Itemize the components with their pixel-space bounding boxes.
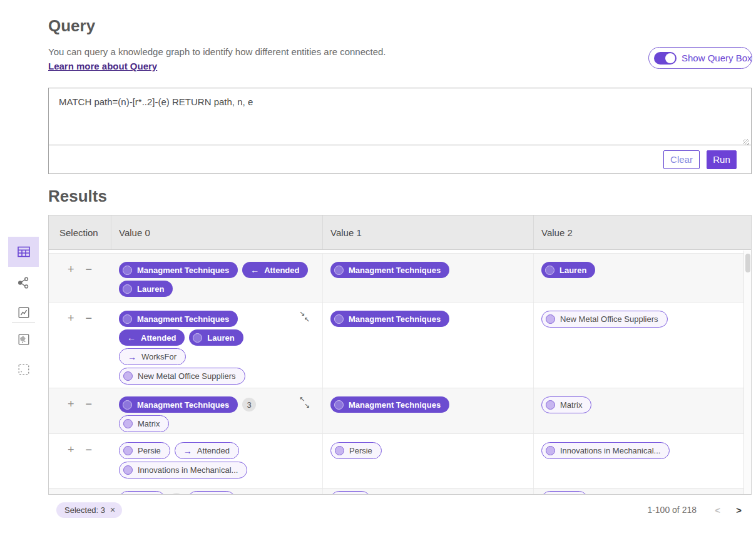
chart-view-icon — [17, 306, 31, 319]
sidebar-item-select-region[interactable] — [8, 357, 39, 382]
sidebar-item-chart-view[interactable] — [8, 300, 39, 325]
table-vertical-scrollbar[interactable] — [743, 251, 751, 494]
table-row: +−Managment Techniques3Matrix↖↘Managment… — [49, 388, 751, 434]
pill-label: Managment Techniques — [349, 400, 441, 410]
results-table-body: +−Managment Techniques←AttendedLaurenMan… — [49, 254, 751, 495]
pill-line: Matrix — [541, 396, 743, 413]
pill-label: Attended — [197, 446, 230, 455]
arrow-right-icon: → — [179, 447, 192, 455]
pill-label: Innovations in Mechanical... — [560, 446, 660, 455]
sidebar-item-table-view[interactable] — [8, 237, 39, 267]
toggle-knob — [665, 53, 675, 63]
remove-from-selection-button[interactable]: − — [86, 398, 93, 434]
pill-line: →WorksFor — [119, 348, 315, 365]
node-pill: Innovations in Mechanical... — [119, 462, 247, 479]
node-circle-icon — [123, 446, 133, 455]
row-value1-cell — [323, 489, 534, 495]
row-selection-cell: +− — [49, 434, 111, 488]
node-pill: Lauren — [189, 329, 243, 346]
selected-count-chip[interactable]: Selected: 3 × — [56, 502, 122, 518]
row-selection-cell: +− — [49, 303, 111, 388]
column-header-value0: Value 0 — [111, 215, 323, 249]
pill-line: Lauren — [541, 262, 743, 278]
corner-arrow: ↘ — [304, 402, 310, 409]
remove-from-selection-button[interactable]: − — [86, 313, 93, 388]
toggle-switch-icon[interactable] — [654, 52, 677, 65]
count-badge: 3 — [242, 398, 256, 411]
add-to-selection-button[interactable]: + — [68, 398, 74, 434]
results-title: Results — [48, 187, 107, 206]
pill-label: New Metal Office Suppliers — [560, 314, 658, 324]
row-value0-cell: Managment Techniques←AttendedLauren — [111, 254, 323, 302]
results-footer: Selected: 3 × 1-100 of 218 < > — [48, 495, 752, 525]
node-circle-icon — [546, 314, 555, 324]
add-to-selection-button[interactable]: + — [68, 264, 74, 302]
expand-row-icon[interactable]: ↖↘ — [299, 397, 310, 408]
add-to-selection-button[interactable]: + — [68, 313, 74, 388]
pill-line: Managment Techniques — [119, 311, 315, 327]
node-circle-icon — [123, 465, 133, 475]
pagination-next-button[interactable]: > — [736, 505, 742, 515]
row-value0-cell: Managment Techniques3Matrix↖↘ — [111, 388, 323, 434]
node-circle-icon — [334, 400, 344, 410]
pill-line: Managment Techniques — [330, 311, 526, 327]
selected-count-label: Selected: 3 — [64, 505, 105, 515]
pill-line: Lauren — [119, 281, 315, 297]
sidebar-item-mask-view[interactable] — [8, 327, 39, 352]
pill-line: Managment Techniques3 — [119, 396, 315, 413]
query-page: Query You can query a knowledge graph to… — [0, 0, 756, 533]
table-view-icon — [16, 244, 31, 259]
row-value2-cell: New Metal Office Suppliers — [534, 303, 751, 388]
pill-label: Managment Techniques — [137, 314, 229, 324]
node-pill: Lauren — [119, 281, 173, 297]
row-selection-cell: +− — [49, 388, 111, 434]
node-circle-icon — [335, 446, 344, 455]
learn-more-link[interactable]: Learn more about Query — [48, 61, 157, 71]
node-circle-icon — [334, 266, 344, 275]
pill-label: WorksFor — [141, 352, 176, 361]
add-to-selection-button[interactable]: + — [68, 444, 74, 488]
node-circle-icon — [123, 419, 133, 428]
row-value1-cell: Managment Techniques — [323, 254, 534, 302]
graph-view-icon — [16, 276, 31, 290]
table-row — [49, 489, 751, 495]
edge-pill: →WorksFor — [119, 348, 186, 365]
arrow-right-icon: → — [123, 353, 136, 361]
node-pill: Matrix — [541, 396, 591, 413]
collapse-row-icon[interactable]: ↘↖ — [299, 311, 310, 322]
pill-label: Lauren — [137, 284, 164, 294]
query-input[interactable]: MATCH path=(n)-[r*..2]-(e) RETURN path, … — [49, 88, 751, 146]
row-value0-cell: Managment Techniques←AttendedLauren→Work… — [111, 303, 323, 388]
node-circle-icon — [546, 446, 555, 455]
node-circle-icon — [334, 314, 344, 324]
edge-pill: ←Attended — [119, 329, 185, 346]
row-value1-cell: Managment Techniques — [323, 388, 534, 434]
row-value0-cell: Persie→AttendedInnovations in Mechanical… — [111, 434, 323, 488]
table-row: +−Managment Techniques←AttendedLauren→Wo… — [49, 303, 751, 388]
results-table-header: Selection Value 0 Value 1 Value 2 — [49, 215, 751, 250]
results-table: Selection Value 0 Value 1 Value 2 +−Mana… — [48, 215, 752, 495]
node-circle-icon — [123, 266, 132, 275]
node-pill: Persie — [119, 442, 170, 459]
scrollbar-thumb[interactable] — [745, 254, 750, 272]
edge-pill: →Attended — [175, 442, 239, 459]
node-pill: Managment Techniques — [330, 262, 449, 278]
remove-from-selection-button[interactable]: − — [86, 264, 93, 302]
close-icon[interactable]: × — [110, 505, 115, 515]
sidebar-item-graph-view[interactable] — [8, 270, 39, 295]
pill-label: Innovations in Mechanical... — [138, 465, 238, 475]
pagination-prev-button[interactable]: < — [715, 505, 720, 515]
pill-label: Matrix — [138, 419, 160, 428]
row-selection-cell — [49, 489, 111, 495]
column-header-value2: Value 2 — [534, 215, 751, 249]
node-circle-icon — [123, 400, 132, 410]
node-pill: Managment Techniques — [330, 311, 449, 327]
row-value1-cell: Persie — [323, 434, 534, 488]
run-button[interactable]: Run — [707, 150, 737, 169]
pill-line: New Metal Office Suppliers — [541, 311, 743, 328]
node-circle-icon — [123, 371, 133, 381]
show-query-box-toggle[interactable]: Show Query Box — [648, 47, 752, 69]
pill-line: Innovations in Mechanical... — [541, 442, 743, 459]
remove-from-selection-button[interactable]: − — [86, 444, 93, 488]
clear-button[interactable]: Clear — [663, 150, 700, 169]
